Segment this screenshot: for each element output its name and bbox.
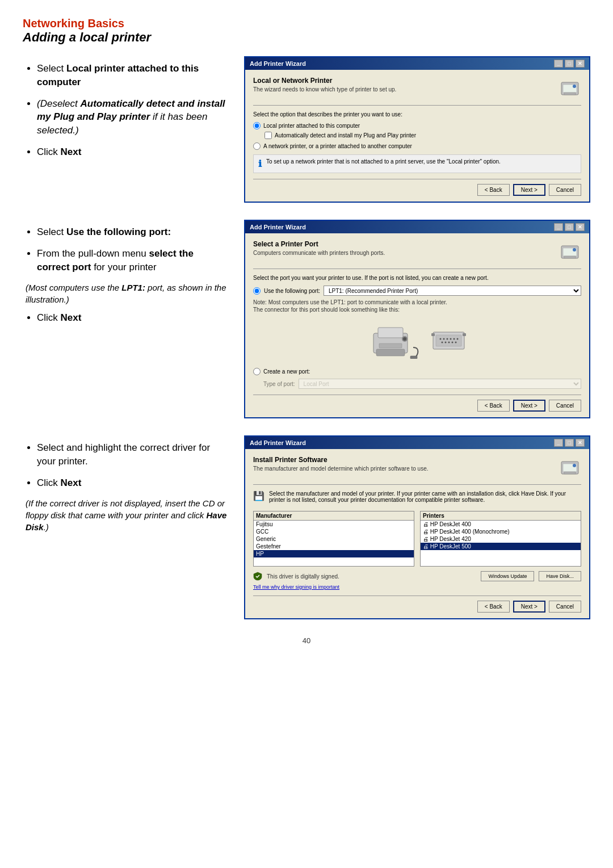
wizard1-close-btn[interactable]: ✕ <box>576 60 585 68</box>
section2-click-next-list: Click Next <box>23 311 227 325</box>
wizard2-next-btn[interactable]: Next > <box>513 400 545 412</box>
wizard1-radio-network[interactable] <box>253 142 261 150</box>
svg-point-23 <box>441 341 443 343</box>
printer-icon: 🖨 <box>423 543 429 550</box>
wizard1-label-pnp: Automatically detect and install my Plug… <box>275 132 416 139</box>
wizard1-checkbox-pnp[interactable] <box>264 132 272 139</box>
svg-rect-16 <box>436 335 461 346</box>
svg-point-20 <box>450 338 451 339</box>
svg-point-13 <box>403 337 406 341</box>
wizard3-maximize-btn[interactable]: □ <box>565 439 574 447</box>
tell-me-why-link[interactable]: Tell me why driver signing is important <box>253 584 339 590</box>
wizard2-radio-new-port[interactable] <box>253 368 261 375</box>
wizard1-next-btn[interactable]: Next > <box>513 184 545 196</box>
driver-row-gcc[interactable]: GCC <box>254 528 414 535</box>
printers-table: Printers 🖨 HP DeskJet 400 🖨 HP DeskJet 4… <box>420 511 581 567</box>
wizard3-header-icon <box>559 456 581 480</box>
printer-icon: 🖨 <box>423 529 429 535</box>
section3-list: Select and highlight the correct driver … <box>23 441 227 489</box>
wizard3-next-btn[interactable]: Next > <box>513 601 545 613</box>
windows-update-btn[interactable]: Windows Update <box>481 571 534 581</box>
section2-note: (Most computers use the LPT1: port, as s… <box>26 282 227 305</box>
wizard1-header-desc: The wizard needs to know which type of p… <box>253 86 396 93</box>
printers-list[interactable]: 🖨 HP DeskJet 400 🖨 HP DeskJet 400 (Monoc… <box>421 521 581 566</box>
wizard1-label-network: A network printer, or a printer attached… <box>263 143 412 149</box>
wizard1-title: Add Printer Wizard <box>250 60 306 67</box>
driver-row-fujitsu[interactable]: Fujitsu <box>254 521 414 528</box>
manufacturer-header: Manufacturer <box>254 511 414 521</box>
svg-rect-29 <box>463 333 466 336</box>
wizard1-titlebar: Add Printer Wizard _ □ ✕ <box>245 57 589 70</box>
wizard2-maximize-btn[interactable]: □ <box>565 223 574 231</box>
wizard2-prompt: Select the port you want your printer to… <box>253 275 581 281</box>
svg-rect-28 <box>431 333 435 336</box>
section3-instructions: Select and highlight the correct driver … <box>23 435 227 619</box>
section2-item2: From the pull-down menu select the corre… <box>37 247 227 274</box>
section3-item1: Select and highlight the correct driver … <box>37 441 227 468</box>
wizard2-minimize-btn[interactable]: _ <box>554 223 563 231</box>
wizard2-close-btn[interactable]: ✕ <box>576 223 585 231</box>
svg-rect-11 <box>376 349 405 356</box>
disk-icon: 💾 <box>253 490 264 501</box>
wizard1-cancel-btn[interactable]: Cancel <box>549 184 581 196</box>
page-number: 40 <box>23 636 590 645</box>
printer-icon: 🖨 <box>423 521 429 527</box>
printer-illustration <box>253 317 581 363</box>
svg-point-21 <box>453 338 455 339</box>
wizard2-cancel-btn[interactable]: Cancel <box>549 400 581 412</box>
wizard2-new-port-dropdown: Local Port <box>299 379 581 389</box>
svg-point-26 <box>451 341 453 343</box>
svg-rect-32 <box>564 472 576 474</box>
driver-row-dj400m[interactable]: 🖨 HP DeskJet 400 (Monochrome) <box>421 528 581 535</box>
driver-row-dj400[interactable]: 🖨 HP DeskJet 400 <box>421 521 581 528</box>
wizard2-back-btn[interactable]: < Back <box>477 400 510 412</box>
svg-rect-2 <box>564 93 576 95</box>
wizard3-cancel-btn[interactable]: Cancel <box>549 601 581 613</box>
section3: Select and highlight the correct driver … <box>23 435 590 619</box>
section3-click-next: Click Next <box>37 476 227 490</box>
wizard1-maximize-btn[interactable]: □ <box>565 60 574 68</box>
driver-signed-label: This driver is digitally signed. <box>267 573 339 580</box>
wizard3-close-btn[interactable]: ✕ <box>576 439 585 447</box>
driver-row-dj500[interactable]: 🖨 HP DeskJet 500 <box>421 543 581 550</box>
section1-item2: (Deselect Automatically detect and insta… <box>37 97 227 137</box>
wizard1-label-local: Local printer attached to this computer <box>263 123 360 129</box>
wizard3-titlebar: Add Printer Wizard _ □ ✕ <box>245 437 589 449</box>
driver-row-hp[interactable]: HP <box>254 550 414 557</box>
wizard1-back-btn[interactable]: < Back <box>477 184 510 196</box>
driver-row-gestefner[interactable]: Gestefner <box>254 543 414 550</box>
wizard2-radio-use-port[interactable] <box>253 287 261 295</box>
section1: Select Local printer attached to this co… <box>23 56 590 203</box>
wizard-window-2: Add Printer Wizard _ □ ✕ Select a Printe… <box>244 220 590 418</box>
manufacturer-list[interactable]: Fujitsu GCC Generic Gestefner HP <box>254 521 414 566</box>
section1-instructions: Select Local printer attached to this co… <box>23 56 227 203</box>
svg-point-7 <box>573 248 576 251</box>
printer-image <box>368 322 419 359</box>
driver-row-generic[interactable]: Generic <box>254 535 414 543</box>
wizard1-minimize-btn[interactable]: _ <box>554 60 563 68</box>
wizard2-port-dropdown[interactable]: LPT1: (Recommended Printer Port) <box>324 286 581 296</box>
wizard3-back-btn[interactable]: < Back <box>477 601 510 613</box>
wizard2-label-use-port: Use the following port: <box>264 288 320 294</box>
wizard-window-1: Add Printer Wizard _ □ ✕ Local or Networ… <box>244 56 590 203</box>
wizard2-header-title: Select a Printer Port <box>253 240 385 248</box>
wizard3-minimize-btn[interactable]: _ <box>554 439 563 447</box>
svg-rect-10 <box>379 343 402 348</box>
svg-point-24 <box>444 341 446 343</box>
svg-rect-14 <box>410 356 417 359</box>
section1-list: Select Local printer attached to this co… <box>23 62 227 159</box>
have-disk-btn[interactable]: Have Disk... <box>539 571 581 581</box>
page-title-section: Networking Basics Adding a local printer <box>23 17 590 45</box>
wizard2-title: Add Printer Wizard <box>250 224 306 230</box>
wizard3-header-title: Install Printer Software <box>253 456 429 464</box>
driver-row-dj420[interactable]: 🖨 HP DeskJet 420 <box>421 535 581 543</box>
page-title-main: Networking Basics <box>23 17 590 30</box>
wizard1-header-title: Local or Network Printer <box>253 77 396 85</box>
wizard-window-3: Add Printer Wizard _ □ ✕ Install Printer… <box>244 435 590 619</box>
page-container: Networking Basics Adding a local printer… <box>23 17 590 645</box>
wizard1-radio-local[interactable] <box>253 122 261 129</box>
wizard2-titlebar: Add Printer Wizard _ □ ✕ <box>245 221 589 233</box>
svg-point-27 <box>455 341 456 343</box>
section2-item1: Select Use the following port: <box>37 225 227 239</box>
page-title-sub: Adding a local printer <box>23 30 590 45</box>
